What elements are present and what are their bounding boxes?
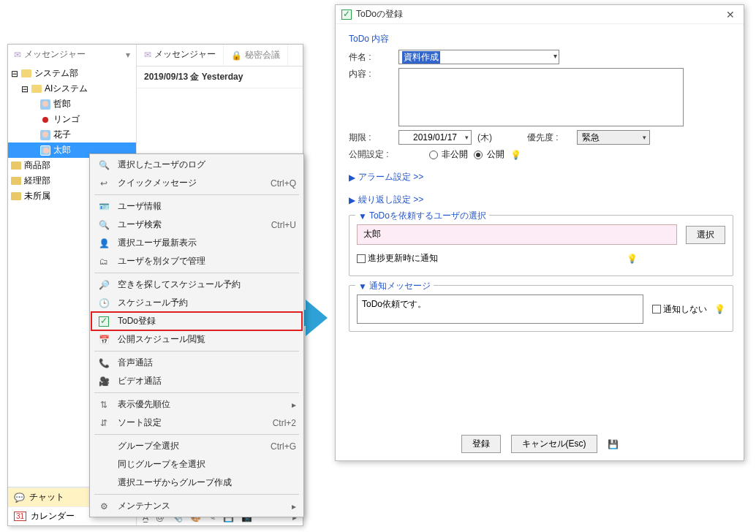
day-of-week: (木) bbox=[477, 132, 492, 144]
triangle-down-icon: ▼ bbox=[358, 211, 367, 221]
search-icon: 🔍 bbox=[97, 160, 110, 170]
user-icon bbox=[40, 145, 50, 156]
clock-search-icon: 🔎 bbox=[97, 280, 110, 290]
ctx-user-search[interactable]: 🔍ユーザ検索Ctrl+U bbox=[91, 216, 302, 234]
dialog-footer: 登録 キャンセル(Esc) 💾 bbox=[336, 428, 744, 460]
ctx-sort-settings[interactable]: ⇵ソート設定Ctrl+2 bbox=[91, 414, 302, 432]
sidebar-title: メッセンジャー bbox=[24, 48, 86, 61]
tree-user[interactable]: 哲郎 bbox=[8, 96, 136, 112]
deadline-input[interactable]: 2019/01/17 bbox=[398, 130, 472, 145]
subject-select[interactable]: 資料作成 ▾ bbox=[398, 50, 559, 64]
todo-register-dialog: ToDoの登録 ✕ ToDo 内容 件名 : 資料作成 ▾ 内容 : 期限 : … bbox=[335, 4, 744, 461]
visibility-private-radio[interactable]: 非公開 bbox=[429, 148, 468, 161]
folder-icon bbox=[11, 192, 21, 200]
separator bbox=[94, 434, 299, 435]
separator bbox=[94, 351, 299, 352]
lock-icon: 🔒 bbox=[231, 50, 242, 61]
reply-icon: ↩ bbox=[97, 178, 110, 189]
notify-fieldset: ▼通知メッセージ ToDo依頼です。 通知しない 💡 bbox=[349, 285, 733, 332]
assign-fieldset: ▼ToDoを依頼するユーザの選択 太郎 選択 進捗更新時に通知 💡 bbox=[349, 215, 733, 276]
sidebar-header: ✉ メッセンジャー ▾ bbox=[8, 45, 136, 64]
ctx-todo-register[interactable]: ToDo登録 bbox=[91, 312, 302, 330]
visibility-label: 公開設定 : bbox=[349, 148, 393, 161]
messenger-tab[interactable]: ✉メッセンジャー bbox=[137, 45, 224, 66]
folder-icon bbox=[11, 162, 21, 170]
person-icon: 👤 bbox=[97, 238, 110, 248]
dialog-titlebar: ToDoの登録 ✕ bbox=[336, 5, 744, 24]
envelope-icon: ✉ bbox=[144, 50, 151, 60]
alarm-expander[interactable]: ▶アラーム設定 >> bbox=[349, 171, 733, 183]
section-title: ToDo 内容 bbox=[349, 33, 733, 45]
chat-icon: 💬 bbox=[14, 493, 25, 503]
triangle-down-icon: ▼ bbox=[358, 281, 367, 292]
chevron-right-icon: ▸ bbox=[292, 400, 296, 410]
apple-icon bbox=[40, 115, 50, 125]
user-icon bbox=[40, 99, 50, 110]
content-label: 内容 : bbox=[349, 68, 393, 80]
ctx-find-slot[interactable]: 🔎空きを探してスケジュール予約 bbox=[91, 276, 302, 294]
content-textarea[interactable] bbox=[398, 68, 684, 126]
assign-user-field[interactable]: 太郎 bbox=[357, 224, 677, 245]
ctx-select-group-all[interactable]: グループ全選択Ctrl+G bbox=[91, 437, 302, 455]
close-button[interactable]: ✕ bbox=[723, 9, 738, 20]
deadline-label: 期限 : bbox=[349, 132, 393, 144]
register-button[interactable]: 登録 bbox=[461, 435, 501, 453]
ctx-user-latest[interactable]: 👤選択ユーザ最新表示 bbox=[91, 234, 302, 252]
triangle-right-icon: ▶ bbox=[349, 172, 355, 183]
save-icon[interactable]: 💾 bbox=[608, 439, 619, 449]
ctx-make-group[interactable]: 選択ユーザからグループ作成 bbox=[91, 474, 302, 492]
ctx-schedule[interactable]: 🕒スケジュール予約 bbox=[91, 294, 302, 312]
gear-icon: ⚙ bbox=[97, 501, 110, 512]
ctx-display-priority[interactable]: ⇅表示優先順位▸ bbox=[91, 395, 302, 414]
priority-label: 優先度 : bbox=[527, 132, 571, 144]
check-icon bbox=[341, 10, 352, 20]
subject-value: 資料作成 bbox=[402, 51, 440, 64]
ctx-user-tabs[interactable]: 🗂ユーザを別タブで管理 bbox=[91, 252, 302, 270]
no-notify-checkbox[interactable]: 通知しない bbox=[652, 303, 707, 316]
sort-icon: ⇅ bbox=[97, 400, 110, 410]
cancel-button[interactable]: キャンセル(Esc) bbox=[511, 435, 597, 453]
tabs-icon: 🗂 bbox=[97, 256, 110, 267]
dialog-title: ToDoの登録 bbox=[356, 8, 403, 20]
progress-notify-checkbox[interactable]: 進捗更新時に通知 bbox=[357, 252, 438, 265]
ctx-maintenance[interactable]: ⚙メンテナンス▸ bbox=[91, 497, 302, 515]
ctx-user-info[interactable]: 🪪ユーザ情報 bbox=[91, 197, 302, 216]
video-icon: 🎥 bbox=[97, 376, 110, 387]
user-icon bbox=[40, 130, 50, 140]
priority-select[interactable]: 緊急 bbox=[577, 130, 650, 145]
phone-icon: 📞 bbox=[97, 358, 110, 368]
calendar-icon: 31 bbox=[14, 512, 26, 521]
notify-legend: 通知メッセージ bbox=[369, 280, 431, 292]
ctx-quick-message[interactable]: ↩クイックメッセージCtrl+Q bbox=[91, 174, 302, 192]
repeat-expander[interactable]: ▶繰り返し設定 >> bbox=[349, 194, 733, 206]
ctx-user-log[interactable]: 🔍選択したユーザのログ bbox=[91, 156, 302, 174]
folder-icon bbox=[11, 177, 21, 185]
tree-folder-ai[interactable]: ⊟AIシステム bbox=[8, 81, 136, 96]
notify-textarea[interactable]: ToDo依頼です。 bbox=[357, 294, 643, 324]
search-icon: 🔍 bbox=[97, 220, 110, 230]
separator bbox=[94, 273, 299, 273]
main-tabs: ✉メッセンジャー 🔒秘密会議 bbox=[137, 45, 303, 66]
hint-icon: 💡 bbox=[627, 254, 638, 264]
separator bbox=[94, 392, 299, 393]
dropdown-icon[interactable]: ▾ bbox=[126, 50, 130, 60]
folder-icon bbox=[21, 69, 31, 77]
tree-user[interactable]: リンゴ bbox=[8, 112, 136, 127]
sort-icon: ⇵ bbox=[97, 418, 110, 428]
card-icon: 🪪 bbox=[97, 202, 110, 212]
tree-user[interactable]: 花子 bbox=[8, 127, 136, 142]
folder-icon bbox=[31, 85, 42, 93]
ctx-public-schedule[interactable]: 📅公開スケジュール閲覧 bbox=[91, 330, 302, 349]
secret-tab[interactable]: 🔒秘密会議 bbox=[224, 45, 288, 66]
ctx-voice-call[interactable]: 📞音声通話 bbox=[91, 354, 302, 372]
hint-icon: 💡 bbox=[714, 304, 725, 314]
ctx-select-same-group[interactable]: 同じグループを全選択 bbox=[91, 455, 302, 474]
calendar-icon: 📅 bbox=[97, 335, 110, 345]
tree-root[interactable]: ⊟システム部 bbox=[8, 66, 136, 81]
envelope-icon: ✉ bbox=[14, 50, 21, 60]
ctx-video-call[interactable]: 🎥ビデオ通話 bbox=[91, 372, 302, 390]
chevron-right-icon: ▸ bbox=[292, 501, 296, 512]
select-user-button[interactable]: 選択 bbox=[686, 226, 725, 244]
triangle-right-icon: ▶ bbox=[349, 195, 355, 205]
visibility-public-radio[interactable]: 公開 bbox=[474, 148, 504, 161]
